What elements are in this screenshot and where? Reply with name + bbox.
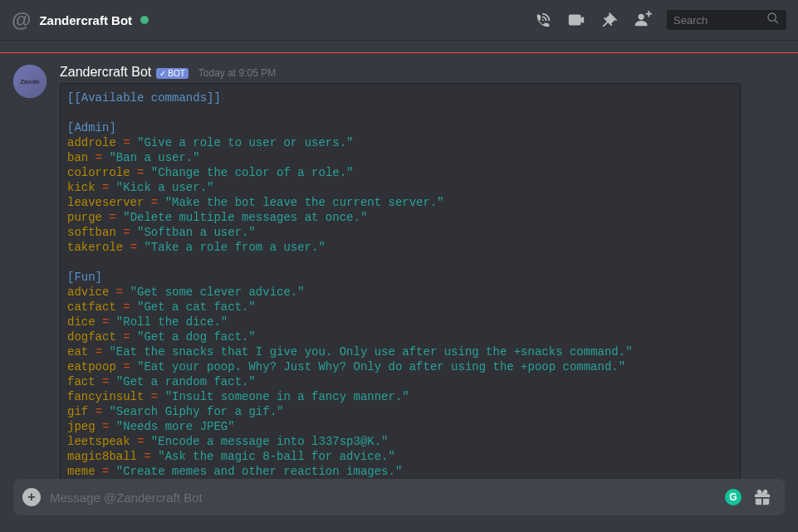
attach-button[interactable]: + xyxy=(13,479,50,515)
message-input[interactable] xyxy=(50,491,725,505)
search-box[interactable] xyxy=(667,10,786,30)
add-friend-icon[interactable] xyxy=(634,11,652,29)
start-voice-call-icon[interactable] xyxy=(534,11,552,29)
message-header: Zandercraft Bot ✓BOT Today at 9:05 PM xyxy=(60,65,785,80)
avatar[interactable]: Zande xyxy=(13,65,47,98)
plus-icon: + xyxy=(22,488,41,506)
bot-badge: ✓BOT xyxy=(156,68,188,79)
username[interactable]: Zandercraft Bot xyxy=(60,65,151,80)
search-icon xyxy=(766,12,780,28)
channel-header: @ Zandercraft Bot xyxy=(0,0,798,40)
gift-icon[interactable] xyxy=(753,488,771,506)
search-input[interactable] xyxy=(673,14,766,27)
channel-name: Zandercraft Bot xyxy=(39,13,132,27)
avatar-image: Zande xyxy=(13,65,47,98)
header-left: @ Zandercraft Bot xyxy=(12,8,534,32)
grammarly-icon[interactable]: G xyxy=(725,489,742,505)
header-right xyxy=(534,10,786,30)
message-list: Zande Zandercraft Bot ✓BOT Today at 9:05… xyxy=(0,53,798,488)
input-icons: G xyxy=(725,488,771,506)
message-input-wrapper[interactable]: + G xyxy=(13,479,785,515)
at-icon: @ xyxy=(12,8,31,32)
timestamp: Today at 9:05 PM xyxy=(198,67,276,79)
online-status-dot xyxy=(140,16,149,24)
input-area: + G xyxy=(0,479,798,532)
verified-check-icon: ✓ xyxy=(159,69,166,78)
code-block: [[Available commands]] [Admin] addrole =… xyxy=(60,83,741,488)
message: Zande Zandercraft Bot ✓BOT Today at 9:05… xyxy=(13,65,785,488)
bot-label: BOT xyxy=(168,69,185,78)
message-content: Zandercraft Bot ✓BOT Today at 9:05 PM [[… xyxy=(60,65,785,488)
start-video-call-icon[interactable] xyxy=(567,11,585,29)
pinned-messages-icon[interactable] xyxy=(600,11,619,29)
